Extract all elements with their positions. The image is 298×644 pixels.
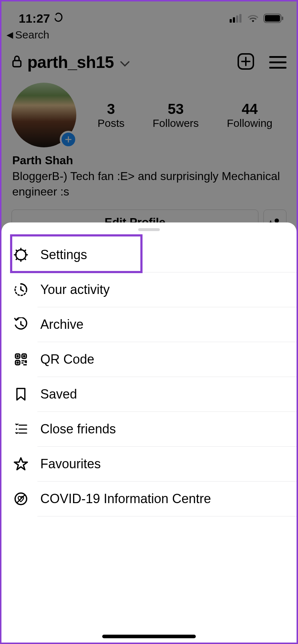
menu-item-favourites[interactable]: Favourites [1,447,297,481]
star-icon [12,455,30,473]
svg-line-21 [16,250,18,252]
menu-label: COVID-19 Information Centre [40,491,211,506]
svg-marker-37 [14,458,27,470]
home-indicator[interactable] [102,635,196,638]
menu-item-covid-info[interactable]: COVID-19 Information Centre [1,482,297,516]
heart-circle-icon [12,490,30,507]
menu-item-settings[interactable]: Settings [1,238,297,272]
svg-point-30 [17,362,18,363]
menu-item-saved[interactable]: Saved [1,377,297,411]
menu-label: Close friends [40,422,116,437]
menu-label: Favourites [40,456,101,472]
menu-item-your-activity[interactable]: Your activity [1,272,297,307]
svg-line-22 [24,258,26,260]
settings-icon [12,246,30,263]
archive-icon [12,316,30,333]
menu-label: QR Code [40,352,94,367]
menu-label: Your activity [40,282,110,297]
activity-icon [12,281,30,298]
close-friends-icon [12,420,30,438]
bookmark-icon [12,386,30,403]
sheet-grabber[interactable] [138,228,160,231]
svg-line-24 [24,250,26,252]
menu-item-close-friends[interactable]: Close friends [1,412,297,446]
svg-line-23 [16,258,18,260]
menu-item-qr-code[interactable]: QR Code [1,342,297,377]
menu-sheet: Settings Your activity Archive QR Code S… [1,222,297,643]
menu-label: Saved [40,387,77,402]
menu-label: Archive [40,317,83,332]
menu-item-archive[interactable]: Archive [1,307,297,342]
svg-point-29 [24,356,25,357]
svg-point-36 [16,428,17,430]
svg-point-28 [17,356,18,357]
qr-code-icon [12,351,30,368]
menu-label: Settings [40,247,87,262]
